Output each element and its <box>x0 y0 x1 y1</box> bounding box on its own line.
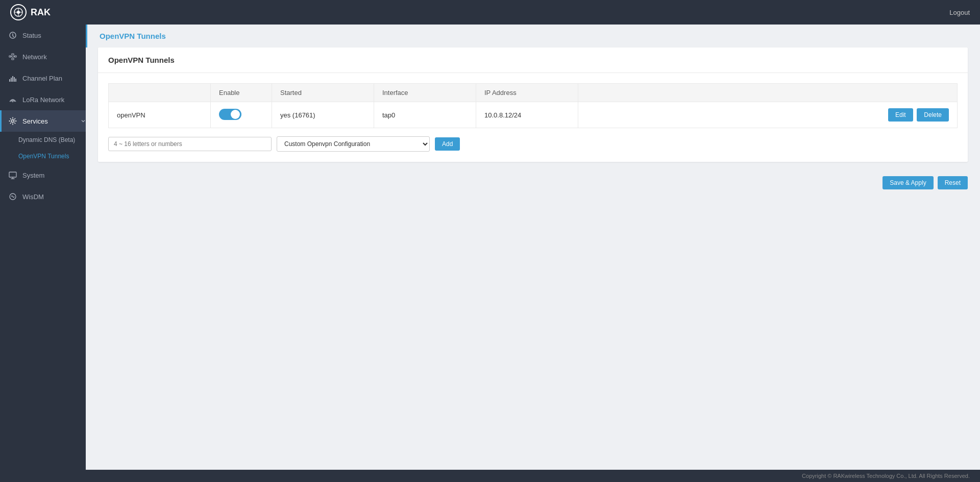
vpn-enable-cell <box>211 102 272 128</box>
svg-rect-13 <box>15 79 16 82</box>
col-actions <box>578 84 958 102</box>
sidebar-item-channel-label: Channel Plan <box>22 75 62 82</box>
sidebar-item-status-label: Status <box>22 32 41 39</box>
vpn-name: openVPN <box>109 102 211 128</box>
reset-button[interactable]: Reset <box>938 176 968 189</box>
content-card: OpenVPN Tunnels Enable Started Interface… <box>98 47 968 162</box>
sidebar-item-services-label: Services <box>22 117 48 125</box>
svg-point-15 <box>12 120 14 123</box>
lora-icon <box>8 95 17 104</box>
footer: Copyright © RAKwireless Technology Co., … <box>0 470 980 482</box>
svg-rect-10 <box>11 78 12 82</box>
logout-button[interactable]: Logout <box>949 9 970 16</box>
col-interface: Interface <box>374 84 476 102</box>
chevron-down-icon <box>81 117 86 125</box>
col-ip: IP Address <box>476 84 578 102</box>
sidebar-item-lora[interactable]: LoRa Network <box>0 89 86 110</box>
card-body: Enable Started Interface IP Address open… <box>98 73 968 162</box>
add-row: Custom Openvpn Configuration Add <box>108 136 958 152</box>
svg-rect-9 <box>9 79 10 82</box>
svg-rect-11 <box>12 76 13 82</box>
col-started: Started <box>272 84 374 102</box>
table-header-row: Enable Started Interface IP Address <box>109 84 958 102</box>
dynamic-dns-label: Dynamic DNS (Beta) <box>18 136 75 143</box>
svg-point-14 <box>12 101 13 102</box>
vpn-enable-toggle[interactable] <box>219 109 241 120</box>
svg-rect-16 <box>9 172 16 177</box>
vpn-started: yes (16761) <box>272 102 374 128</box>
sidebar-item-channel-plan[interactable]: Channel Plan <box>0 67 86 89</box>
network-icon <box>8 52 17 61</box>
sidebar-item-lora-label: LoRa Network <box>22 96 64 104</box>
action-bar: Save & Apply Reset <box>86 168 980 198</box>
breadcrumb: OpenVPN Tunnels <box>86 25 980 47</box>
edit-button[interactable]: Edit <box>888 108 913 122</box>
table-row: openVPN yes (16761) tap0 10.0.8.12/24 Ed… <box>109 102 958 128</box>
sidebar-item-services[interactable]: Services <box>0 110 86 132</box>
sidebar-item-status[interactable]: Status <box>0 25 86 46</box>
layout: Status Network Channel Plan LoRa Network <box>0 25 980 470</box>
main-content: OpenVPN Tunnels OpenVPN Tunnels Enable S… <box>86 25 980 470</box>
svg-rect-12 <box>14 77 15 82</box>
breadcrumb-text: OpenVPN Tunnels <box>100 32 166 40</box>
vpn-interface: tap0 <box>374 102 476 128</box>
channel-icon <box>8 74 17 83</box>
logo: RAK <box>10 4 51 20</box>
status-icon <box>8 31 17 40</box>
logo-text: RAK <box>31 7 51 18</box>
svg-rect-8 <box>12 58 14 60</box>
vpn-table: Enable Started Interface IP Address open… <box>108 83 958 128</box>
add-button[interactable]: Add <box>435 137 460 151</box>
sidebar-item-system[interactable]: System <box>0 164 86 186</box>
services-icon <box>8 116 17 126</box>
sidebar-item-network-label: Network <box>22 53 47 61</box>
sidebar-item-network[interactable]: Network <box>0 46 86 67</box>
system-icon <box>8 171 17 180</box>
wisdm-icon <box>8 192 17 201</box>
sidebar: Status Network Channel Plan LoRa Network <box>0 25 86 470</box>
sidebar-sub-item-dynamic-dns[interactable]: Dynamic DNS (Beta) <box>0 132 86 148</box>
openvpn-tunnels-label: OpenVPN Tunnels <box>18 153 69 160</box>
vpn-ip: 10.0.8.12/24 <box>476 102 578 128</box>
sidebar-item-wisdm[interactable]: WisDM <box>0 186 86 207</box>
header: RAK Logout <box>0 0 980 25</box>
card-title: OpenVPN Tunnels <box>98 47 968 73</box>
sidebar-item-system-label: System <box>22 172 44 179</box>
sidebar-item-wisdm-label: WisDM <box>22 193 44 201</box>
delete-button[interactable]: Delete <box>917 108 949 122</box>
vpn-name-input[interactable] <box>108 137 272 151</box>
col-enable: Enable <box>211 84 272 102</box>
vpn-actions: Edit Delete <box>578 102 958 128</box>
footer-text: Copyright © RAKwireless Technology Co., … <box>802 473 970 479</box>
logo-icon <box>10 4 27 20</box>
save-apply-button[interactable]: Save & Apply <box>883 176 933 189</box>
sidebar-sub-item-openvpn[interactable]: OpenVPN Tunnels <box>0 148 86 164</box>
vpn-config-select[interactable]: Custom Openvpn Configuration <box>277 136 430 152</box>
col-name <box>109 84 211 102</box>
